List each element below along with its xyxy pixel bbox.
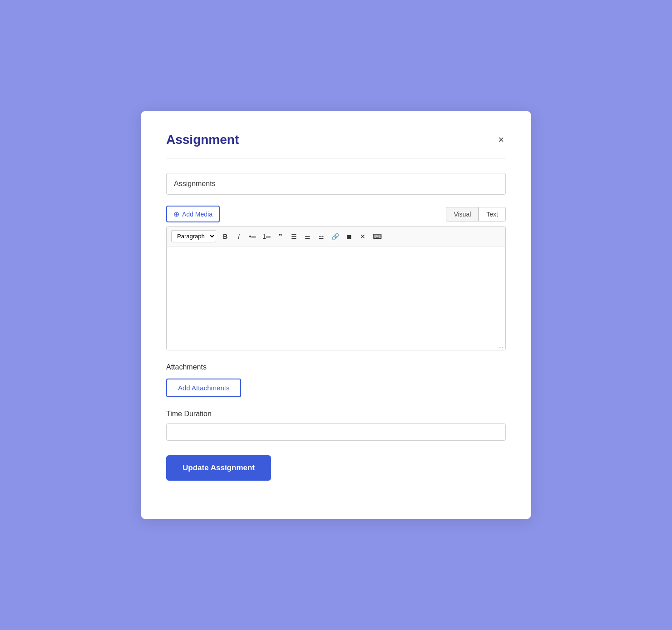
link-btn[interactable]: 🔗 (329, 231, 342, 241)
table-btn[interactable]: ◼ (343, 231, 356, 241)
tab-visual[interactable]: Visual (446, 207, 479, 221)
close-button[interactable]: × (496, 133, 506, 147)
header-divider (166, 158, 506, 158)
unordered-list-btn[interactable]: •═ (246, 231, 259, 241)
add-media-button[interactable]: ⊕ Add Media (166, 206, 220, 222)
modal-header: Assignment × (166, 133, 506, 147)
ordered-list-btn[interactable]: 1═ (260, 231, 273, 241)
resize-dots: … (498, 343, 504, 349)
time-duration-label: Time Duration (166, 410, 506, 418)
resize-handle: … (167, 342, 505, 350)
add-attachments-button[interactable]: Add Attachments (166, 379, 241, 397)
keyboard-btn[interactable]: ⌨ (370, 231, 385, 241)
editor-toolbar: Paragraph Heading 1 Heading 2 Heading 3 … (167, 226, 505, 246)
add-media-label: Add Media (182, 211, 212, 218)
more-btn[interactable]: ✕ (356, 231, 369, 241)
tab-text[interactable]: Text (479, 207, 506, 221)
assignment-modal: Assignment × ⊕ Add Media Visual Text Par… (141, 111, 531, 519)
italic-btn[interactable]: I (232, 231, 245, 241)
assignment-title-input[interactable] (166, 173, 506, 195)
blockquote-btn[interactable]: ❞ (274, 231, 287, 241)
time-duration-input[interactable] (166, 423, 506, 441)
update-assignment-button[interactable]: Update Assignment (166, 455, 271, 481)
editor-toolbar-row: ⊕ Add Media Visual Text (166, 206, 506, 222)
attachments-label: Attachments (166, 363, 506, 371)
align-center-btn[interactable]: ⚌ (301, 231, 314, 241)
align-right-btn[interactable]: ⚍ (315, 231, 328, 241)
bold-btn[interactable]: B (219, 231, 232, 241)
add-media-icon: ⊕ (173, 210, 179, 218)
editor-container: Paragraph Heading 1 Heading 2 Heading 3 … (166, 226, 506, 350)
view-tabs: Visual Text (446, 207, 506, 221)
align-left-btn[interactable]: ☰ (288, 231, 301, 241)
editor-content[interactable] (167, 246, 505, 342)
paragraph-select[interactable]: Paragraph Heading 1 Heading 2 Heading 3 (171, 230, 216, 242)
modal-title: Assignment (166, 133, 239, 147)
